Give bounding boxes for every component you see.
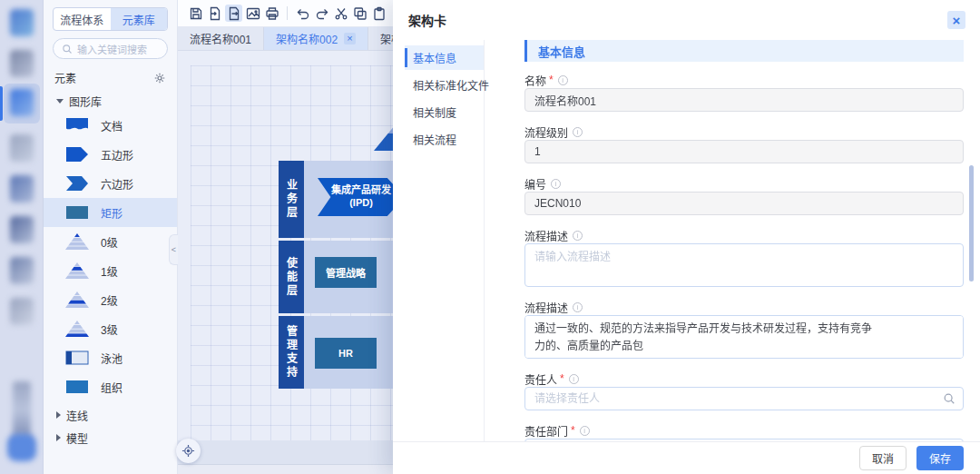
copy-icon[interactable] <box>351 5 368 22</box>
tab-element-library[interactable]: 元素库 <box>111 8 168 30</box>
blurred-app-icon[interactable] <box>10 89 34 116</box>
element-item-level1[interactable]: 1级 <box>44 256 177 285</box>
nav-related-processes[interactable]: 相关流程 <box>405 127 484 152</box>
save-button[interactable]: 保存 <box>916 446 964 470</box>
field-department: 责任部门*i <box>524 425 964 441</box>
lane-header: 管理支持 <box>279 316 304 389</box>
element-item-level0[interactable]: 0级 <box>44 227 177 256</box>
node-hr[interactable]: HR <box>315 338 377 369</box>
node-ipd-hexagon[interactable]: 集成产品研发 (IPD) <box>318 178 405 216</box>
name-input[interactable] <box>524 88 964 112</box>
field-name: 名称*i <box>524 74 964 112</box>
file-import-icon[interactable] <box>206 5 223 22</box>
tab-process-system[interactable]: 流程体系 <box>54 8 111 30</box>
node-label: 管理战略 <box>326 265 366 280</box>
pyramid-level0-icon <box>65 233 89 250</box>
element-label: 1级 <box>101 263 118 279</box>
search-icon[interactable] <box>943 392 956 405</box>
element-label: 2级 <box>101 292 118 308</box>
redo-icon[interactable] <box>313 5 330 22</box>
app-screen: 流程体系 元素库 输入关键词搜索 元素 图形库 文档 五边形 六边形 <box>0 0 980 474</box>
undo-icon[interactable] <box>294 5 311 22</box>
blurred-app-icon[interactable] <box>10 175 34 202</box>
element-item-hexagon[interactable]: 六边形 <box>44 169 177 198</box>
keyword-search-input[interactable]: 输入关键词搜索 <box>53 38 168 59</box>
cancel-button[interactable]: 取消 <box>859 446 906 470</box>
image-export-icon[interactable] <box>244 5 261 22</box>
element-item-rectangle[interactable]: 矩形 <box>44 198 177 227</box>
field-label-text: 流程级别 <box>524 124 568 140</box>
element-label: 泳池 <box>101 351 122 366</box>
save-icon[interactable] <box>187 5 204 22</box>
element-label: 六边形 <box>101 176 133 192</box>
element-item-pentagon[interactable]: 五边形 <box>44 140 177 169</box>
owner-select-input[interactable] <box>524 387 964 410</box>
info-icon[interactable]: i <box>558 75 568 85</box>
field-level: 流程级别i <box>524 126 964 163</box>
info-icon[interactable]: i <box>573 127 583 137</box>
element-item-organization[interactable]: 组织 <box>44 372 177 401</box>
nav-standard-docs[interactable]: 相关标准化文件 <box>405 73 484 97</box>
blurred-app-icon[interactable] <box>10 257 34 284</box>
element-label: 3级 <box>101 321 118 337</box>
process-level-input[interactable] <box>524 140 964 163</box>
group-connectors[interactable]: 连线 <box>44 405 177 425</box>
group-models[interactable]: 模型 <box>44 428 177 448</box>
doc-tab-1[interactable]: 流程名称001 <box>178 27 264 50</box>
blurred-app-icon[interactable] <box>10 9 34 36</box>
paste-icon[interactable] <box>370 5 387 22</box>
field-label-text: 流程描述 <box>524 300 568 315</box>
nav-regulations[interactable]: 相关制度 <box>405 100 484 124</box>
gear-icon[interactable] <box>153 72 166 84</box>
doc-tab-label: 架构名称002 <box>276 31 338 46</box>
organization-icon <box>65 379 89 395</box>
drawer-scrollbar-thumb[interactable] <box>969 165 974 281</box>
chevron-collapsed-icon <box>56 411 61 419</box>
chevron-expanded-icon <box>56 99 64 104</box>
cut-icon[interactable] <box>332 5 349 22</box>
info-icon[interactable]: i <box>569 374 579 384</box>
field-label-text: 名称 <box>524 73 546 88</box>
library-tabs: 流程体系 元素库 <box>53 7 168 31</box>
app-rail <box>0 0 44 474</box>
elements-title: 元素 <box>54 70 76 85</box>
blurred-app-icon[interactable] <box>10 298 34 325</box>
group-label: 图形库 <box>69 94 102 109</box>
field-label-text: 流程描述 <box>524 228 568 243</box>
pyramid-level3-icon <box>65 321 89 337</box>
node-management-strategy[interactable]: 管理战略 <box>315 257 377 288</box>
blurred-app-icon[interactable] <box>10 216 34 243</box>
blurred-app-icon[interactable] <box>10 50 34 77</box>
element-item-level3[interactable]: 3级 <box>44 314 177 343</box>
element-item-level2[interactable]: 2级 <box>44 285 177 314</box>
element-label: 组织 <box>101 380 122 395</box>
info-icon[interactable]: i <box>551 179 561 189</box>
group-label: 模型 <box>66 430 88 446</box>
locate-center-button[interactable] <box>176 439 201 463</box>
panel-collapse-handle[interactable]: < <box>169 234 178 265</box>
group-shape-library[interactable]: 图形库 <box>44 91 177 111</box>
file-export-icon[interactable] <box>225 5 242 22</box>
drawer-form: 基本信息 名称*i 流程级别i 编号i <box>484 40 980 441</box>
active-app-indicator <box>0 86 3 121</box>
field-code: 编号i <box>524 178 964 215</box>
doc-tab-2-active[interactable]: 架构名称002 × <box>264 27 368 50</box>
process-description-textarea[interactable] <box>524 243 964 287</box>
element-item-document[interactable]: 文档 <box>44 111 177 140</box>
close-drawer-icon[interactable]: × <box>947 11 965 29</box>
blurred-app-icon[interactable] <box>10 134 34 162</box>
info-icon[interactable]: i <box>573 231 583 241</box>
lane-header: 业务层 <box>279 161 304 238</box>
code-input[interactable] <box>524 192 964 215</box>
close-tab-icon[interactable]: × <box>344 33 356 44</box>
element-item-pool[interactable]: 泳池 <box>44 343 177 372</box>
process-description-filled-textarea[interactable]: 通过一致的、规范的方法来指导产品开发与技术研发过程，支持有竞争 力的、高质量的产… <box>524 315 964 359</box>
drawer-nav: 基本信息 相关标准化文件 相关制度 相关流程 <box>393 40 484 441</box>
field-label-text: 责任人 <box>524 371 557 387</box>
user-avatar[interactable] <box>7 434 36 461</box>
element-library-panel: 流程体系 元素库 输入关键词搜索 元素 图形库 文档 五边形 六边形 <box>44 0 178 474</box>
info-icon[interactable]: i <box>573 302 583 312</box>
print-icon[interactable] <box>263 5 280 22</box>
info-icon[interactable]: i <box>580 426 590 436</box>
nav-basic-info[interactable]: 基本信息 <box>405 45 484 70</box>
